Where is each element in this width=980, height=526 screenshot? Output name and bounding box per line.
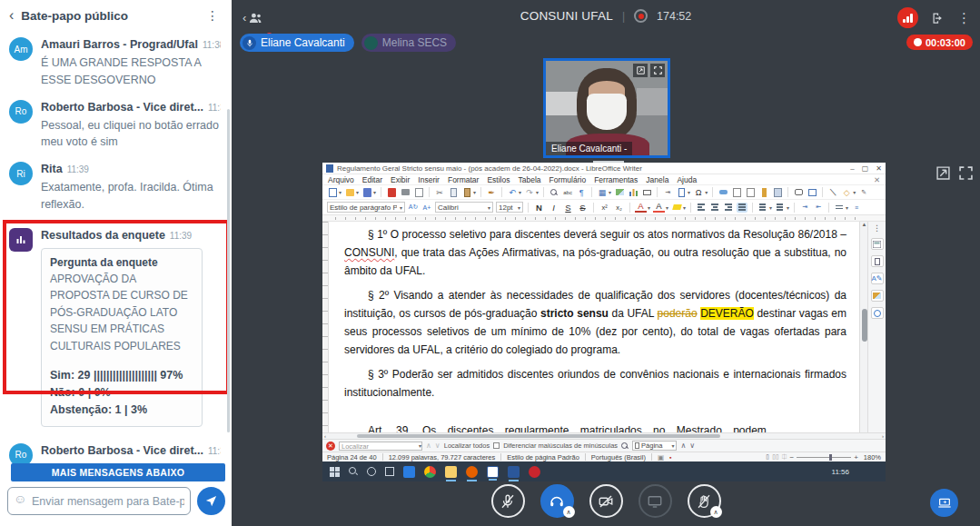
navigate-next-icon[interactable]: ∨ [689,442,695,450]
subscript-button[interactable]: x₂ [613,203,625,212]
font-name-combo[interactable]: Calibri▾ [435,202,493,213]
undo-icon[interactable]: ↶ [507,187,518,198]
signature-status-icon[interactable]: ▪ [669,454,671,461]
taskbar-app-writer-icon[interactable] [508,466,520,478]
menu-estilos[interactable]: Estilos [487,175,510,184]
view-book-icon[interactable]: ⎅ [782,453,787,461]
save-icon[interactable] [361,187,372,198]
bold-button[interactable]: N [533,203,545,213]
redo-icon[interactable]: ↷ [524,187,535,198]
taskbar-app-firefox-icon[interactable] [466,466,478,478]
menu-ajuda[interactable]: Ajuda [677,175,697,184]
audio-settings-button[interactable]: ∧ [540,484,574,518]
clone-formatting-icon[interactable]: ✒ [486,187,497,198]
chat-options-kebab-icon[interactable]: ⋮ [203,8,223,23]
insert-line-icon[interactable]: ＼ [827,187,838,198]
navigate-by-combo[interactable]: Página▾ [632,441,677,451]
footnote-icon[interactable] [731,187,742,198]
chat-scrollbar[interactable] [227,109,230,432]
fullscreen-video-icon[interactable] [650,64,665,77]
endnote-icon[interactable] [745,187,756,198]
document-vertical-scrollbar[interactable]: ▲ [859,222,867,432]
audio-options-chevron-icon[interactable]: ∧ [563,506,575,518]
comment-icon[interactable] [793,187,804,198]
insert-chart-icon[interactable] [628,187,638,198]
task-view-icon[interactable] [385,467,394,476]
menu-janela[interactable]: Janela [646,175,668,184]
insert-table-icon[interactable]: ▦ [597,187,608,198]
view-multi-page-icon[interactable]: ▯▯ [772,453,779,461]
font-size-combo[interactable]: 12pt▾ [496,202,523,213]
update-style-icon[interactable]: A↻ [408,202,419,213]
menu-editar[interactable]: Editar [362,175,382,184]
menu-formulario[interactable]: Formulário [549,175,587,184]
document-page[interactable]: § 1º O processo seletivo para discentes … [329,222,859,432]
special-character-icon[interactable]: Ω [693,187,704,198]
back-icon[interactable]: ‹ [9,8,14,23]
menu-exibir[interactable]: Exibir [391,175,410,184]
fullscreen-presentation-icon[interactable] [959,166,973,180]
menu-tabela[interactable]: Tabela [518,175,540,184]
speaker-pill-melina[interactable]: Melina SECS [361,34,456,52]
paragraph-style-combo[interactable]: Estilo de parágrafo Pad▾ [327,202,405,213]
leave-meeting-icon[interactable] [931,12,945,25]
find-replace-icon[interactable] [549,187,559,198]
connection-status-button[interactable] [897,7,918,28]
font-color-button[interactable]: A [635,202,647,213]
sidebar-settings-icon[interactable]: ⋮ [873,223,881,233]
page-style[interactable]: Estilo de página Padrão [507,453,579,461]
zoom-out-icon[interactable]: − [789,453,794,461]
page-panel-icon[interactable] [871,255,884,267]
taskbar-app-explorer-icon[interactable] [445,466,457,478]
navigator-panel-icon[interactable] [871,307,884,319]
find-input[interactable] [339,442,422,451]
bookmark-icon[interactable] [758,187,769,198]
speaker-pill-eliane[interactable]: Eliane Cavalcanti [240,34,354,52]
zoom-level[interactable]: 180% [864,453,881,461]
page-count[interactable]: Página 24 de 40 [327,453,377,461]
pin-video-icon[interactable] [633,64,648,77]
find-next-icon[interactable]: ∨ [435,442,441,450]
menubar-extra-icon[interactable]: ✕ [874,175,880,184]
view-single-page-icon[interactable]: ▯ [766,453,769,461]
find-options-icon[interactable] [621,442,629,450]
screenshare-button[interactable] [638,484,672,518]
align-left-icon[interactable] [696,203,707,213]
taskbar-app-browser-icon[interactable] [529,466,540,478]
gallery-panel-icon[interactable] [871,290,884,302]
find-previous-icon[interactable]: ∧ [426,442,431,450]
document-horizontal-scrollbar[interactable]: ‹› [322,432,886,439]
zoom-slider[interactable]: ▯ ▯▯ ⎅ − + [766,453,858,461]
print-icon[interactable] [400,187,411,198]
ordered-list-icon[interactable] [775,203,786,213]
horizontal-ruler[interactable] [322,215,886,222]
highlighting-color-icon[interactable] [671,202,682,213]
text-box-icon[interactable] [641,187,652,198]
export-pdf-icon[interactable] [386,187,397,198]
hyperlink-icon[interactable] [718,187,728,198]
minimize-window-icon[interactable]: – [850,164,854,173]
decrease-indent-icon[interactable]: ⇤ [813,202,824,213]
paste-icon[interactable] [461,187,472,198]
cut-icon[interactable]: ✂ [434,187,445,198]
justify-icon[interactable] [737,203,747,213]
character-color-button[interactable]: A [653,202,665,213]
navigate-previous-icon[interactable]: ∧ [680,442,686,450]
vertical-ruler[interactable] [322,222,329,432]
cortana-icon[interactable] [367,467,376,476]
insert-image-icon[interactable] [614,187,625,198]
italic-button[interactable]: I [548,203,559,213]
track-changes-icon[interactable] [807,187,817,198]
zoom-in-icon[interactable]: + [854,453,858,461]
webcam-eliane[interactable]: Eliane Cavalcanti - [543,58,670,158]
styles-panel-icon[interactable]: A✎ [871,273,884,284]
menu-ferramentas[interactable]: Ferramentas [594,175,638,184]
start-button[interactable] [330,467,340,477]
properties-panel-icon[interactable] [871,238,884,250]
line-spacing-icon[interactable] [834,203,845,213]
save-status-icon[interactable]: ▣ [658,453,664,461]
options-kebab-icon[interactable]: ⋮ [957,10,971,26]
insert-field-icon[interactable] [676,187,687,198]
page-break-icon[interactable]: ⇥ [662,187,673,198]
formatting-marks-icon[interactable]: ¶ [576,187,587,198]
